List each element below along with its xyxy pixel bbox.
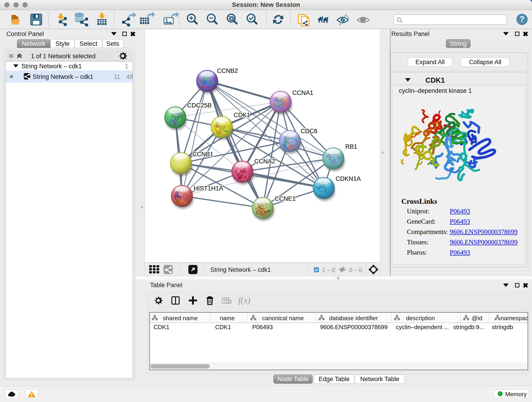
svg-text:HIST1H1A: HIST1H1A	[194, 185, 223, 192]
svg-text:CCNB1: CCNB1	[192, 151, 214, 158]
svg-text:CDK1: CDK1	[234, 112, 250, 119]
svg-text:CCNE1: CCNE1	[275, 195, 296, 202]
svg-text:CCNA2: CCNA2	[254, 158, 275, 165]
svg-text:CDC25B: CDC25B	[187, 102, 212, 109]
svg-text:RB1: RB1	[345, 143, 357, 150]
svg-text:CDC6: CDC6	[301, 128, 317, 134]
svg-text:CCNB2: CCNB2	[217, 67, 238, 74]
svg-text:CCNA1: CCNA1	[292, 89, 313, 96]
svg-text:CDKN1A: CDKN1A	[336, 175, 361, 182]
